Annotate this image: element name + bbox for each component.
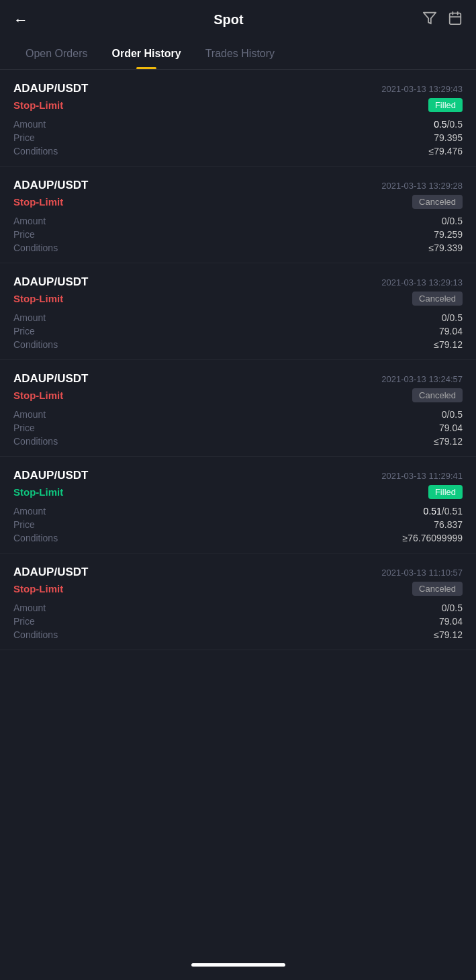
price-value: 79.04: [439, 326, 463, 337]
order-type: Stop-Limit: [13, 196, 63, 208]
calendar-icon[interactable]: [448, 11, 463, 29]
amount-value: 0/0.5: [442, 216, 463, 226]
conditions-row: Conditions ≤79.339: [13, 242, 463, 253]
amount-row: Amount 0/0.5: [13, 312, 463, 323]
order-item: ADAUP/USDT 2021-03-13 13:24:57 Stop-Limi…: [0, 360, 476, 457]
order-time: 2021-03-13 13:29:28: [381, 181, 463, 191]
price-label: Price: [13, 519, 35, 530]
home-indicator: [191, 963, 285, 967]
price-row: Price 79.04: [13, 422, 463, 433]
amount-value: 0.5/0.5: [434, 119, 463, 130]
conditions-label: Conditions: [13, 146, 58, 157]
conditions-value: ≤79.339: [428, 242, 463, 253]
order-time: 2021-03-13 13:29:43: [381, 84, 463, 94]
order-pair: ADAUP/USDT: [13, 82, 88, 95]
order-details: Amount 0/0.5 Price 79.04 Conditions ≤79.…: [13, 603, 463, 640]
conditions-value: ≤79.12: [434, 339, 463, 350]
conditions-label: Conditions: [13, 436, 58, 447]
price-label: Price: [13, 132, 35, 143]
conditions-value: ≤79.12: [434, 436, 463, 447]
order-pair: ADAUP/USDT: [13, 566, 88, 579]
price-value: 79.395: [434, 132, 463, 143]
price-row: Price 79.259: [13, 229, 463, 240]
order-item: ADAUP/USDT 2021-03-13 11:29:41 Stop-Limi…: [0, 457, 476, 553]
tab-order-history[interactable]: Order History: [99, 40, 193, 69]
price-value: 79.259: [434, 229, 463, 240]
amount-row: Amount 0/0.5: [13, 216, 463, 226]
header: ← Spot: [0, 0, 476, 40]
amount-row: Amount 0.5/0.5: [13, 119, 463, 130]
order-pair: ADAUP/USDT: [13, 372, 88, 386]
order-pair: ADAUP/USDT: [13, 275, 88, 289]
amount-row: Amount 0.51/0.51: [13, 506, 463, 517]
conditions-label: Conditions: [13, 533, 58, 543]
filter-icon[interactable]: [422, 11, 437, 29]
order-details: Amount 0/0.5 Price 79.259 Conditions ≤79…: [13, 216, 463, 253]
order-status: Canceled: [412, 388, 463, 402]
price-label: Price: [13, 422, 35, 433]
svg-rect-1: [450, 13, 461, 24]
conditions-value: ≤79.476: [428, 146, 463, 157]
order-pair: ADAUP/USDT: [13, 179, 88, 192]
order-type: Stop-Limit: [13, 583, 63, 594]
order-status: Filled: [428, 98, 463, 112]
price-row: Price 79.04: [13, 616, 463, 627]
tab-trades-history[interactable]: Trades History: [193, 40, 287, 69]
conditions-label: Conditions: [13, 242, 58, 253]
order-status: Filled: [428, 485, 463, 499]
order-details: Amount 0.5/0.5 Price 79.395 Conditions ≤…: [13, 119, 463, 157]
price-value: 79.04: [439, 422, 463, 433]
order-type: Stop-Limit: [13, 293, 63, 304]
amount-label: Amount: [13, 119, 46, 130]
price-value: 76.837: [434, 519, 463, 530]
order-status: Canceled: [412, 292, 463, 306]
conditions-row: Conditions ≤79.12: [13, 436, 463, 447]
amount-label: Amount: [13, 216, 46, 226]
order-time: 2021-03-13 11:10:57: [381, 568, 463, 578]
order-details: Amount 0/0.5 Price 79.04 Conditions ≤79.…: [13, 312, 463, 350]
amount-value: 0/0.5: [442, 603, 463, 613]
orders-list: ADAUP/USDT 2021-03-13 13:29:43 Stop-Limi…: [0, 70, 476, 650]
price-row: Price 76.837: [13, 519, 463, 530]
price-label: Price: [13, 616, 35, 627]
order-status: Canceled: [412, 195, 463, 209]
tab-open-orders[interactable]: Open Orders: [13, 40, 99, 69]
conditions-value: ≤79.12: [434, 629, 463, 640]
order-details: Amount 0/0.5 Price 79.04 Conditions ≤79.…: [13, 409, 463, 447]
order-time: 2021-03-13 13:24:57: [381, 374, 463, 384]
conditions-row: Conditions ≤79.12: [13, 339, 463, 350]
price-label: Price: [13, 326, 35, 337]
order-details: Amount 0.51/0.51 Price 76.837 Conditions…: [13, 506, 463, 543]
svg-marker-0: [424, 13, 436, 24]
tabs-bar: Open Orders Order History Trades History: [0, 40, 476, 70]
bottom-bar: [0, 950, 476, 980]
order-item: ADAUP/USDT 2021-03-13 13:29:28 Stop-Limi…: [0, 167, 476, 263]
conditions-row: Conditions ≥76.76099999: [13, 533, 463, 543]
order-type: Stop-Limit: [13, 390, 63, 401]
order-pair: ADAUP/USDT: [13, 469, 88, 482]
price-value: 79.04: [439, 616, 463, 627]
conditions-label: Conditions: [13, 629, 58, 640]
price-row: Price 79.04: [13, 326, 463, 337]
order-type: Stop-Limit: [13, 99, 63, 111]
amount-label: Amount: [13, 409, 46, 420]
order-time: 2021-03-13 11:29:41: [381, 471, 463, 481]
page-title: Spot: [35, 12, 422, 28]
price-label: Price: [13, 229, 35, 240]
amount-label: Amount: [13, 312, 46, 323]
conditions-label: Conditions: [13, 339, 58, 350]
amount-row: Amount 0/0.5: [13, 409, 463, 420]
order-type: Stop-Limit: [13, 486, 63, 498]
order-item: ADAUP/USDT 2021-03-13 13:29:43 Stop-Limi…: [0, 70, 476, 167]
back-button[interactable]: ←: [13, 11, 35, 29]
price-row: Price 79.395: [13, 132, 463, 143]
amount-value: 0/0.5: [442, 409, 463, 420]
order-item: ADAUP/USDT 2021-03-13 13:29:13 Stop-Limi…: [0, 263, 476, 360]
header-icons: [422, 11, 463, 29]
amount-label: Amount: [13, 603, 46, 613]
conditions-row: Conditions ≤79.12: [13, 629, 463, 640]
order-time: 2021-03-13 13:29:13: [381, 277, 463, 287]
amount-label: Amount: [13, 506, 46, 517]
amount-value: 0.51/0.51: [424, 506, 463, 517]
conditions-value: ≥76.76099999: [403, 533, 463, 543]
